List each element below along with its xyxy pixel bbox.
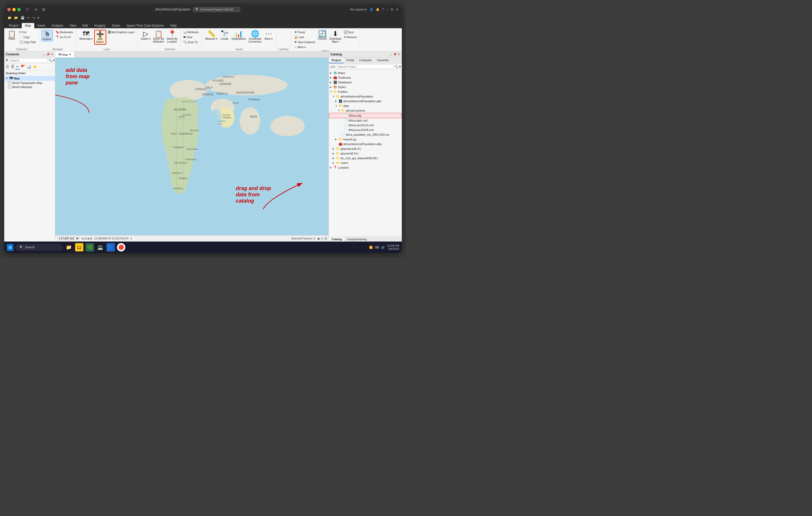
catalog-tab-computer[interactable]: Computer [356, 58, 374, 63]
tab-share[interactable]: Share [109, 23, 123, 28]
star-view-icon[interactable]: ⭐ [32, 64, 38, 69]
taskbar-app-green[interactable]: 🌿 [86, 243, 94, 251]
tree-users[interactable]: ▶ 📁 Users [329, 160, 402, 165]
locators-expand[interactable]: ▶ [330, 166, 332, 169]
importlog-expand[interactable]: ▶ [335, 138, 338, 141]
catalog-search-dropdown[interactable]: ▾ [399, 65, 401, 68]
tree-gisprojects[interactable]: ▶ 📁 gisprojects$ (S:) [329, 146, 402, 151]
measure-button[interactable]: 📏 Measure ▾ [204, 30, 219, 41]
map-tab[interactable]: 🗺 Map ✕ [55, 52, 75, 58]
tree-data[interactable]: ▼ 📁 data [329, 103, 402, 108]
taskbar-app-files[interactable]: 📁 [65, 243, 73, 251]
tab-view[interactable]: View [66, 23, 79, 28]
select-by-attributes-button[interactable]: 📋 Select ByAttributes [152, 30, 165, 44]
contents-search-dropdown[interactable]: ▾ [53, 59, 55, 62]
copy-path-button[interactable]: 📋 Copy Path [18, 40, 37, 44]
tree-importlog[interactable]: ▶ 📁 ImportLog [329, 137, 402, 142]
db-view-icon[interactable]: 🗄 [10, 64, 15, 69]
go-to-xy-button[interactable]: 📍 Go To XY [54, 35, 74, 39]
folders-expand[interactable]: ▼ [330, 90, 332, 93]
cut-button[interactable]: ✂ Cut [18, 30, 37, 34]
contents-search-icon[interactable]: 🔍 [49, 59, 52, 62]
tree-folders[interactable]: ▼ 📁 Folders [329, 89, 402, 94]
remove-button[interactable]: ✕ Remove [343, 35, 357, 39]
pause-button[interactable]: ⏸ Pause [293, 30, 316, 34]
contents-options-icon[interactable]: ⌄ [42, 53, 45, 56]
tab-edit[interactable]: Edit [79, 23, 91, 28]
taskbar-app-explorer[interactable]: 🗂 [75, 243, 83, 251]
tab-help[interactable]: Help [167, 23, 180, 28]
taskbar-app-chrome[interactable]: 🔴 [117, 243, 125, 251]
download-map-button[interactable]: ⬇ DownloadMap ▾ [328, 30, 342, 44]
countries-expand[interactable]: ▼ [338, 109, 340, 112]
users-expand[interactable]: ▶ [332, 161, 335, 164]
topo-checkbox[interactable]: ✓ [8, 81, 11, 85]
contents-pin-icon[interactable]: 📌 [46, 53, 50, 56]
catalog-tab-portal[interactable]: Portal [344, 58, 356, 63]
draw-view-icon[interactable]: ✏ [16, 64, 20, 69]
add-data-button[interactable]: ➕ AddData ▾ [94, 30, 106, 45]
bookmarks-button[interactable]: 🔖 Bookmarks [54, 30, 74, 34]
chart-view-icon[interactable]: 📊 [26, 64, 32, 69]
maximize-button[interactable]: ⧉ [391, 7, 393, 11]
catalog-close-icon[interactable]: ✕ [398, 53, 400, 56]
qa-undo-icon[interactable]: ↩ [26, 16, 31, 20]
tree-atbx[interactable]: 🧰 africaHistoricalPopulation.atbx [329, 142, 402, 146]
close-button[interactable]: ✕ [396, 7, 399, 11]
tab-project[interactable]: Project [6, 23, 22, 28]
tree-africa-gdb[interactable]: ▶ 🗄️ africaHistoricalPopulation.gdb [329, 99, 402, 103]
tree-tts[interactable]: ▶ 📁 tts_rsch_gis_dataset02$ (M:) [329, 156, 402, 160]
view-unplaced-button[interactable]: 👁 View Unplaced [293, 40, 316, 44]
tree-gisusers[interactable]: ▶ 📁 gisusers$ (H:) [329, 151, 402, 156]
start-button[interactable]: ⊞ [7, 244, 13, 251]
map-tab-close[interactable]: ✕ [69, 53, 71, 56]
tree-styles[interactable]: ▶ 🎨 Styles [329, 85, 402, 89]
scale-select[interactable]: 1:57,837,412 [57, 237, 80, 241]
flag-view-icon[interactable]: 🚩 [20, 64, 26, 69]
tab-analysis[interactable]: Analysis [49, 23, 66, 28]
tree-africa-pop[interactable]: ▼ 📁 africaHistoricalPopulation [329, 94, 402, 99]
map-viewport[interactable]: ALGERIA LIBYA EGYPT MALI NIGER CHAD SUDA… [55, 58, 328, 235]
qa-redo-icon[interactable]: ↪ [32, 16, 36, 20]
tab-imagery[interactable]: Imagery [91, 23, 109, 28]
infographics-button[interactable]: 📊 Infographics [230, 30, 247, 41]
catalog-forward-icon[interactable]: ▷ [333, 65, 336, 68]
layer-item-hillshade[interactable]: ✓ World Hillshade [4, 85, 55, 89]
qa-open-icon[interactable]: 📂 [13, 16, 19, 20]
select-by-location-button[interactable]: 📍 Select ByLocation [166, 30, 179, 44]
minimize-button[interactable]: – [386, 7, 388, 11]
coord-conversion-button[interactable]: 🌐 CoordinateConversion [248, 30, 263, 44]
clear-button[interactable]: ✖ Clear [182, 35, 200, 39]
minimize-dot[interactable] [12, 8, 16, 11]
toolboxes-expand[interactable]: ▶ [330, 76, 332, 79]
lock-button[interactable]: 🔒 Lock [293, 35, 316, 39]
contents-close-icon[interactable]: ✕ [51, 53, 53, 56]
tree-toolboxes[interactable]: ▶ 🧰 Toolboxes [329, 75, 402, 80]
data-expand[interactable]: ▼ [335, 104, 338, 107]
locate-button[interactable]: 🔭 Locate [219, 30, 230, 41]
tree-africa-fgdc[interactable]: 📄 Africa-fgdc.xml [329, 118, 402, 123]
tree-csv[interactable]: 📄 africa_population_est_1850-1950.csv [329, 132, 402, 137]
catalog-back-icon[interactable]: ◁ [330, 65, 332, 68]
qa-save-icon[interactable]: 💾 [20, 16, 25, 20]
taskbar-app-arcgis[interactable]: 🔵 [107, 243, 115, 251]
tree-databases[interactable]: ▶ 🗄️ Databases [329, 80, 402, 85]
tree-africa-iso2[interactable]: 📄 Africa-iso19139.xml [329, 127, 402, 132]
list-view-icon[interactable]: ☰ [5, 64, 10, 69]
styles-expand[interactable]: ▶ [330, 86, 332, 88]
paste-button[interactable]: 📋 Paste [6, 30, 17, 41]
tree-locators[interactable]: ▶ 📍 Locators [329, 165, 402, 170]
attributes-button[interactable]: 📊 Attributes [182, 30, 200, 34]
command-search-box[interactable]: 🔍 Command Search (Alt+Q) [193, 7, 240, 12]
databases-expand[interactable]: ▶ [330, 81, 332, 84]
catalog-options-icon[interactable]: ⌄ [389, 53, 392, 56]
tab-space-time[interactable]: Space Time Cube Explorer [123, 23, 167, 28]
hillshade-checkbox[interactable]: ✓ [8, 86, 11, 89]
more-button[interactable]: ⋯ More ▾ [263, 30, 274, 41]
zoom-to-button[interactable]: 🔍 Zoom To [182, 40, 200, 44]
tts-expand[interactable]: ▶ [332, 157, 335, 159]
tab-map[interactable]: Map [22, 23, 34, 28]
catalog-search-input[interactable] [336, 65, 394, 69]
help-icon[interactable]: ? [382, 8, 384, 11]
maximize-dot[interactable] [17, 8, 21, 11]
